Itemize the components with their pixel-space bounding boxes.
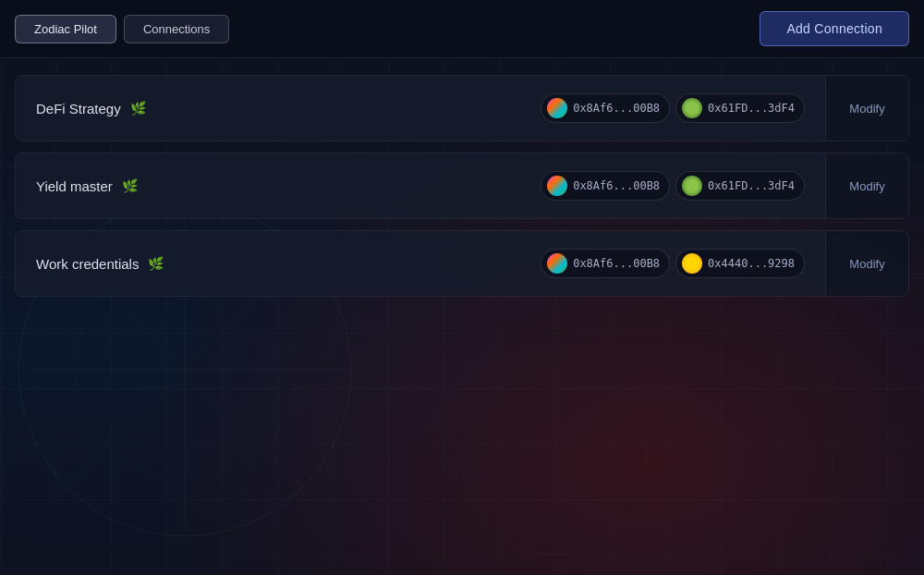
connection-row: Work credentials 🌿 0x8Af6...00B8 0x4440.… — [15, 230, 909, 297]
connection-info: Yield master 🌿 0x8Af6...00B8 0x61FD...3d… — [16, 153, 825, 218]
connection-row: DeFi Strategy 🌿 0x8Af6...00B8 0x61FD...3… — [15, 75, 909, 141]
connection-name: DeFi Strategy 🌿 — [36, 101, 146, 116]
header: Zodiac Pilot Connections Add Connection — [0, 0, 924, 58]
address-pill-2[interactable]: 0x4440...9298 — [675, 249, 805, 278]
avatar-1 — [547, 253, 567, 274]
connection-name: Work credentials 🌿 — [36, 256, 164, 272]
address-text-1: 0x8Af6...00B8 — [573, 257, 660, 270]
leaf-icon: 🌿 — [130, 101, 146, 116]
address-pill-1[interactable]: 0x8Af6...00B8 — [541, 171, 670, 201]
connection-row: Yield master 🌿 0x8Af6...00B8 0x61FD...3d… — [15, 153, 909, 219]
avatar-2 — [682, 98, 702, 118]
app-content: Zodiac Pilot Connections Add Connection … — [0, 0, 924, 575]
address-text-1: 0x8Af6...00B8 — [573, 102, 660, 115]
address-text-2: 0x61FD...3dF4 — [708, 102, 795, 115]
leaf-icon: 🌿 — [148, 256, 164, 271]
address-pill-1[interactable]: 0x8Af6...00B8 — [541, 93, 670, 123]
address-group: 0x8Af6...00B8 0x61FD...3dF4 — [541, 93, 805, 123]
add-connection-button[interactable]: Add Connection — [760, 11, 909, 46]
main-content: DeFi Strategy 🌿 0x8Af6...00B8 0x61FD...3… — [0, 58, 924, 575]
avatar-2 — [682, 253, 702, 274]
address-text-1: 0x8Af6...00B8 — [573, 179, 660, 192]
address-text-2: 0x61FD...3dF4 — [708, 179, 795, 192]
zodiac-pilot-button[interactable]: Zodiac Pilot — [15, 15, 116, 43]
connection-info: Work credentials 🌿 0x8Af6...00B8 0x4440.… — [16, 231, 825, 296]
connection-name: Yield master 🌿 — [36, 178, 138, 194]
connection-name-text: DeFi Strategy — [36, 101, 121, 116]
avatar-2 — [682, 176, 702, 196]
connection-name-text: Yield master — [36, 178, 113, 194]
address-pill-2[interactable]: 0x61FD...3dF4 — [675, 93, 805, 123]
address-pill-2[interactable]: 0x61FD...3dF4 — [675, 171, 805, 201]
leaf-icon: 🌿 — [122, 178, 138, 193]
address-group: 0x8Af6...00B8 0x4440...9298 — [541, 249, 805, 278]
header-nav: Zodiac Pilot Connections — [15, 15, 229, 43]
modify-button[interactable]: Modify — [825, 76, 908, 141]
address-text-2: 0x4440...9298 — [708, 257, 795, 270]
modify-button[interactable]: Modify — [825, 231, 908, 296]
connection-info: DeFi Strategy 🌿 0x8Af6...00B8 0x61FD...3… — [16, 76, 825, 141]
address-pill-1[interactable]: 0x8Af6...00B8 — [541, 249, 670, 278]
avatar-1 — [547, 98, 567, 118]
connection-name-text: Work credentials — [36, 256, 139, 272]
address-group: 0x8Af6...00B8 0x61FD...3dF4 — [541, 171, 805, 201]
avatar-1 — [547, 176, 567, 196]
connections-button[interactable]: Connections — [124, 15, 229, 43]
modify-button[interactable]: Modify — [825, 153, 908, 218]
